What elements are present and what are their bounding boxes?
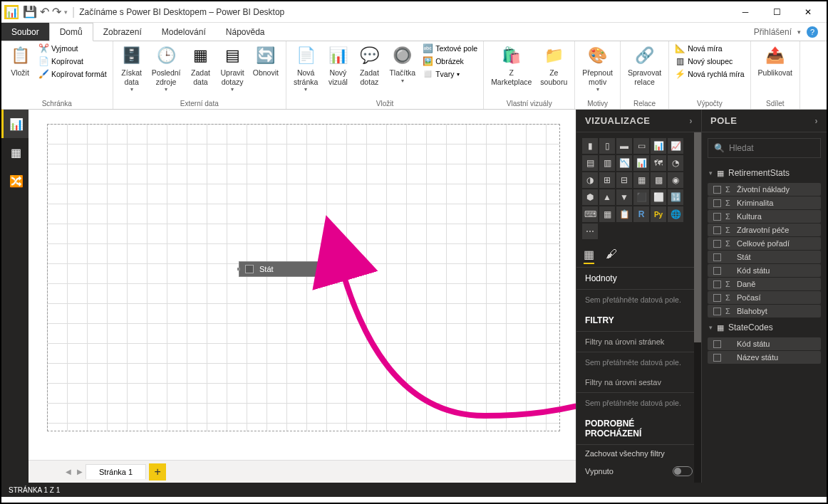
- new-column-button[interactable]: ▥Nový sloupec: [673, 56, 745, 67]
- switch-theme-button[interactable]: 🎨Přepnout motiv▾: [579, 43, 616, 94]
- viz-type-icon[interactable]: R: [633, 206, 649, 222]
- field-checkbox[interactable]: [713, 294, 721, 302]
- tab-modeling[interactable]: Modelování: [152, 23, 216, 41]
- viz-type-icon[interactable]: 🗺: [651, 155, 666, 171]
- table-node[interactable]: ▾▦StateCodes: [702, 318, 827, 337]
- recent-sources-button[interactable]: 🕒Poslední zdroje▾: [149, 43, 184, 94]
- sign-in-link[interactable]: Přihlášení: [754, 27, 792, 37]
- next-page-icon[interactable]: ▶: [74, 468, 86, 476]
- viz-type-icon[interactable]: ▭: [633, 138, 649, 154]
- field-checkbox[interactable]: [713, 240, 721, 248]
- prev-page-icon[interactable]: ◀: [63, 468, 74, 476]
- field-row[interactable]: ΣBlahobyt: [708, 305, 821, 317]
- textbox-button[interactable]: 🔤Textové pole: [421, 43, 479, 54]
- save-icon[interactable]: 💾: [23, 5, 37, 19]
- quick-measure-button[interactable]: ⚡Nová rychlá míra: [673, 68, 745, 80]
- field-row[interactable]: ΣKultura: [708, 210, 821, 223]
- viz-type-icon[interactable]: 📋: [616, 206, 632, 222]
- new-visual-button[interactable]: 📊Nový vizuál: [324, 43, 352, 88]
- viz-type-icon[interactable]: ◑: [582, 172, 598, 188]
- shapes-button[interactable]: ◻️Tvary ▾: [421, 68, 479, 80]
- field-checkbox[interactable]: [713, 186, 721, 194]
- viz-type-icon[interactable]: ◉: [668, 172, 683, 188]
- field-checkbox[interactable]: [713, 213, 721, 221]
- field-checkbox[interactable]: [713, 280, 721, 288]
- viz-scrollbar[interactable]: [694, 132, 701, 483]
- add-page-button[interactable]: +: [149, 463, 166, 481]
- viz-type-icon[interactable]: 📊: [633, 155, 649, 171]
- page-tab-1[interactable]: Stránka 1: [86, 464, 146, 479]
- fields-pane-header[interactable]: POLE ›: [702, 110, 827, 132]
- field-row[interactable]: Kód státu: [708, 264, 821, 277]
- from-file-button[interactable]: 📁Ze souboru: [537, 43, 570, 88]
- viz-type-icon[interactable]: 📉: [616, 155, 632, 171]
- field-row[interactable]: Kód státu: [708, 337, 821, 350]
- viz-type-icon[interactable]: ▦: [599, 206, 615, 222]
- paste-button[interactable]: 📋 Vložit: [6, 43, 34, 79]
- new-page-button[interactable]: 📄Nová stránka▾: [291, 43, 321, 94]
- close-button[interactable]: ✕: [792, 1, 824, 23]
- format-tab[interactable]: 🖌: [606, 248, 617, 264]
- field-row[interactable]: ΣZdravotní péče: [708, 224, 821, 236]
- redo-icon[interactable]: ↷: [52, 5, 61, 19]
- keep-filters-toggle[interactable]: [673, 466, 693, 476]
- enter-data-button[interactable]: ▦Zadat data: [187, 43, 215, 88]
- values-placeholder[interactable]: Sem přetáhněte datová pole.: [576, 290, 701, 310]
- fields-search[interactable]: 🔍 Hledat: [708, 138, 821, 158]
- field-row[interactable]: Název státu: [708, 351, 821, 364]
- viz-type-icon[interactable]: 📈: [668, 138, 683, 154]
- viz-type-icon[interactable]: ⬜: [651, 189, 666, 205]
- viz-type-icon[interactable]: ⌨: [582, 206, 598, 222]
- viz-pane-header[interactable]: VIZUALIZACE ›: [576, 110, 701, 132]
- edit-queries-button[interactable]: ▤Upravit dotazy▾: [218, 43, 247, 94]
- buttons-button[interactable]: 🔘Tlačítka▾: [386, 43, 418, 85]
- viz-type-icon[interactable]: 🌐: [668, 206, 683, 222]
- ask-question-button[interactable]: 💬Zadat dotaz: [355, 43, 383, 88]
- viz-type-icon[interactable]: ▲: [599, 189, 615, 205]
- manage-relations-button[interactable]: 🔗Spravovat relace: [625, 43, 664, 88]
- page-filters-placeholder[interactable]: Sem přetáhněte datová pole.: [576, 352, 701, 372]
- field-row[interactable]: ΣPočasí: [708, 291, 821, 304]
- fields-well-tab[interactable]: ▦: [584, 248, 594, 264]
- publish-button[interactable]: 📤Publikovat: [755, 43, 795, 79]
- table-node[interactable]: ▾▦RetirementStats: [702, 164, 827, 182]
- report-view-button[interactable]: 📊: [1, 110, 29, 138]
- field-checkbox[interactable]: [713, 354, 721, 362]
- viz-type-icon[interactable]: ⬢: [582, 189, 598, 205]
- qat-dropdown-icon[interactable]: ▾: [64, 9, 68, 16]
- field-row[interactable]: ΣCelkové pořadí: [708, 237, 821, 250]
- refresh-button[interactable]: 🔄Obnovit: [250, 43, 281, 79]
- field-checkbox[interactable]: [713, 308, 721, 315]
- file-tab[interactable]: Soubor: [1, 23, 49, 41]
- viz-type-icon[interactable]: 🔢: [668, 189, 683, 205]
- viz-type-icon[interactable]: ▩: [651, 172, 666, 188]
- viz-type-icon[interactable]: 📊: [651, 138, 666, 154]
- viz-type-icon[interactable]: ◔: [668, 155, 683, 171]
- maximize-button[interactable]: ☐: [761, 1, 792, 23]
- format-painter-button[interactable]: 🖌️Kopírovat formát: [37, 68, 108, 80]
- field-checkbox[interactable]: [713, 340, 721, 348]
- field-row[interactable]: Stát: [708, 251, 821, 263]
- minimize-button[interactable]: ─: [730, 1, 761, 23]
- image-button[interactable]: 🖼️Obrázek: [421, 56, 479, 67]
- cut-button[interactable]: ✂️Vyjmout: [37, 43, 108, 54]
- dropdown-icon[interactable]: ▾: [797, 28, 801, 36]
- get-data-button[interactable]: 🗄️Získat data▾: [118, 43, 146, 94]
- tab-view[interactable]: Zobrazení: [93, 23, 152, 41]
- marketplace-button[interactable]: 🛍️Z Marketplace: [488, 43, 534, 88]
- help-icon[interactable]: ?: [807, 26, 818, 38]
- dragged-field-chip[interactable]: Stát: [239, 261, 351, 277]
- viz-type-icon[interactable]: ▮: [582, 138, 598, 154]
- copy-button[interactable]: 📄Kopírovat: [37, 56, 108, 67]
- field-row[interactable]: ΣKriminalita: [708, 196, 821, 209]
- viz-type-icon[interactable]: ▥: [599, 155, 615, 171]
- field-row[interactable]: ΣŽivotní náklady: [708, 183, 821, 196]
- viz-type-icon[interactable]: ▤: [582, 155, 598, 171]
- tab-home[interactable]: Domů: [49, 23, 93, 41]
- undo-icon[interactable]: ↶: [40, 5, 49, 19]
- field-checkbox[interactable]: [713, 267, 721, 275]
- report-canvas[interactable]: Stát ↖: [47, 124, 560, 431]
- new-measure-button[interactable]: 📐Nová míra: [673, 43, 745, 54]
- tab-help[interactable]: Nápověda: [216, 23, 275, 41]
- data-view-button[interactable]: ▦: [1, 138, 29, 167]
